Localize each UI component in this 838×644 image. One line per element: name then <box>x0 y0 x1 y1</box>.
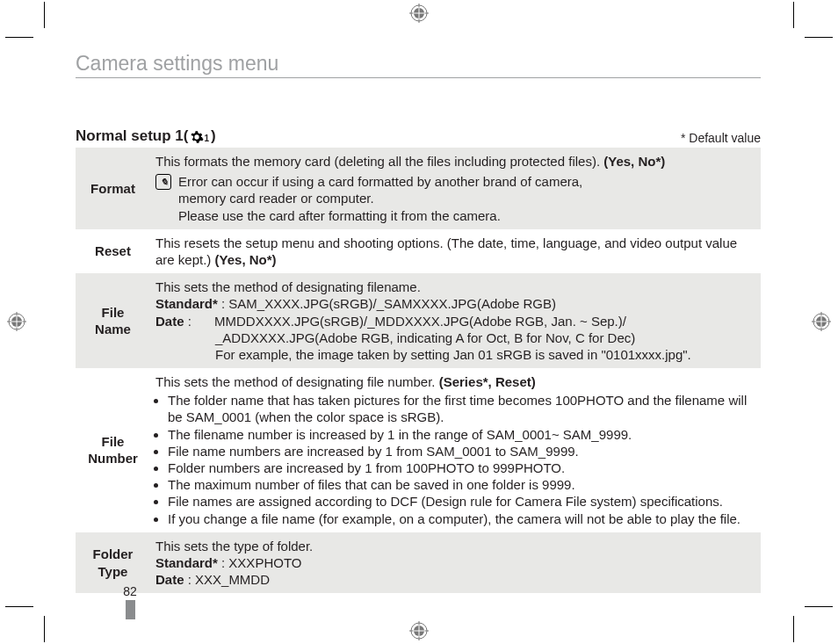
label-format: Format <box>76 148 150 229</box>
page-number-area: 82 <box>117 584 143 619</box>
cell-reset: This resets the setup menu and shooting … <box>150 229 761 273</box>
filename-date-l3: For example, the image taken by setting … <box>155 346 755 363</box>
bullet: File name numbers are increased by 1 fro… <box>168 443 755 459</box>
cell-filenumber: This sets the method of designating file… <box>150 368 761 532</box>
section-header-row: Normal setup 1( 1 ) * Default value <box>76 127 761 145</box>
section-title-prefix: Normal setup 1( <box>76 127 188 145</box>
format-note-l1: Error can occur if using a card formatte… <box>178 173 582 190</box>
label-filenumber: File Number <box>76 368 150 532</box>
foldertype-date-label: Date <box>155 572 184 587</box>
page-title: Camera settings menu <box>76 52 761 78</box>
bullet: The filename number is increased by 1 in… <box>168 426 755 443</box>
bullet: The maximum number of files that can be … <box>168 476 755 493</box>
format-note: Error can occur if using a card formatte… <box>178 173 582 224</box>
registration-mark-icon <box>7 312 26 331</box>
filename-date-label: Date <box>155 314 184 329</box>
bullet: The folder name that has taken pictures … <box>168 392 755 425</box>
format-note-l3: Please use the card after formatting it … <box>178 207 582 224</box>
row-format: Format This formats the memory card (del… <box>76 148 761 229</box>
bullet: File names are assigned according to DCF… <box>168 493 755 510</box>
foldertype-standard-val: : XXXPHOTO <box>218 555 302 570</box>
registration-mark-icon <box>812 312 831 331</box>
format-note-l2: memory card reader or computer. <box>178 190 582 206</box>
gear-icon <box>190 130 204 144</box>
row-foldertype: Folder Type This sets the type of folder… <box>76 532 761 594</box>
filename-standard-text: : SAM_XXXX.JPG(sRGB)/_SAMXXXX.JPG(Adobe … <box>218 296 556 311</box>
foldertype-l1: This sets the type of folder. <box>155 538 755 554</box>
registration-mark-icon <box>409 621 429 640</box>
label-filename: File Name <box>76 273 150 368</box>
format-options: (Yes, No*) <box>603 154 665 169</box>
format-text: This formats the memory card (deleting a… <box>155 154 603 169</box>
page-number: 82 <box>117 584 143 598</box>
section-title: Normal setup 1( 1 ) <box>76 127 216 145</box>
row-reset: Reset This resets the setup menu and sho… <box>76 229 761 273</box>
section-title-suffix: ) <box>211 127 216 145</box>
reset-options: (Yes, No*) <box>215 252 277 267</box>
cell-filename: This sets the method of designating file… <box>150 273 761 368</box>
cell-foldertype: This sets the type of folder. Standard* … <box>150 532 761 594</box>
row-filenumber: File Number This sets the method of desi… <box>76 368 761 532</box>
default-value-note: * Default value <box>681 131 761 145</box>
bullet: Folder numbers are increased by 1 from 1… <box>168 459 755 476</box>
foldertype-date-val: : XXX_MMDD <box>184 572 271 587</box>
section-subscript: 1 <box>204 134 209 143</box>
settings-table: Format This formats the memory card (del… <box>76 148 761 593</box>
registration-mark-icon <box>409 4 429 23</box>
filename-date-l2: _ADDXXXX.JPG(Adobe RGB, indicating A for… <box>155 329 755 346</box>
row-filename: File Name This sets the method of design… <box>76 273 761 368</box>
label-reset: Reset <box>76 229 150 273</box>
filename-date-l1: MDDXXXX.JPG(sRGB)/_MDDXXXX.JPG(Adobe RGB… <box>226 314 626 329</box>
note-icon: ✎ <box>155 174 171 190</box>
cell-format: This formats the memory card (deleting a… <box>150 148 761 229</box>
bullet: If you change a file name (for example, … <box>168 510 755 527</box>
filenumber-l1: This sets the method of designating file… <box>155 374 439 389</box>
filename-l1: This sets the method of designating file… <box>155 279 755 295</box>
filename-standard-label: Standard* <box>155 296 218 311</box>
filenumber-bullets: The folder name that has taken pictures … <box>155 392 755 527</box>
foldertype-standard-label: Standard* <box>155 555 218 570</box>
filenumber-options: (Series*, Reset) <box>439 374 536 389</box>
page-content: Camera settings menu Normal setup 1( 1 )… <box>76 52 761 593</box>
page-tab-icon <box>126 600 135 619</box>
